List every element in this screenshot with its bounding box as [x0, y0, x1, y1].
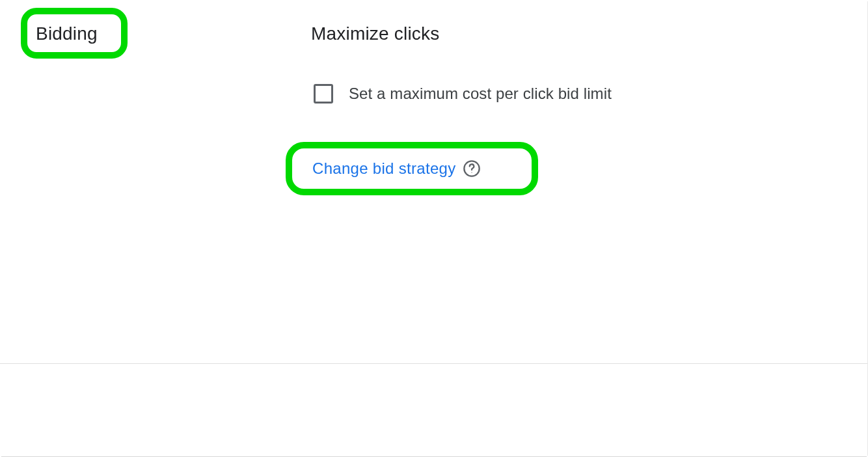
help-icon[interactable] — [463, 159, 481, 178]
svg-point-1 — [471, 172, 472, 173]
bid-strategy-name: Maximize clicks — [311, 23, 612, 45]
max-cpc-limit-checkbox[interactable] — [314, 84, 333, 104]
max-cpc-limit-row: Set a maximum cost per click bid limit — [314, 84, 612, 104]
bidding-bottom-section — [0, 364, 868, 457]
bidding-top-section: Bidding Maximize clicks Set a maximum co… — [0, 0, 868, 364]
bidding-content-column: Maximize clicks Set a maximum cost per c… — [311, 23, 612, 178]
change-bid-strategy-row: Change bid strategy — [312, 159, 612, 178]
change-bid-strategy-link[interactable]: Change bid strategy — [312, 159, 456, 178]
max-cpc-limit-label: Set a maximum cost per click bid limit — [349, 85, 612, 103]
section-title-bidding: Bidding — [36, 23, 98, 45]
bidding-settings-card: Bidding Maximize clicks Set a maximum co… — [0, 0, 868, 457]
